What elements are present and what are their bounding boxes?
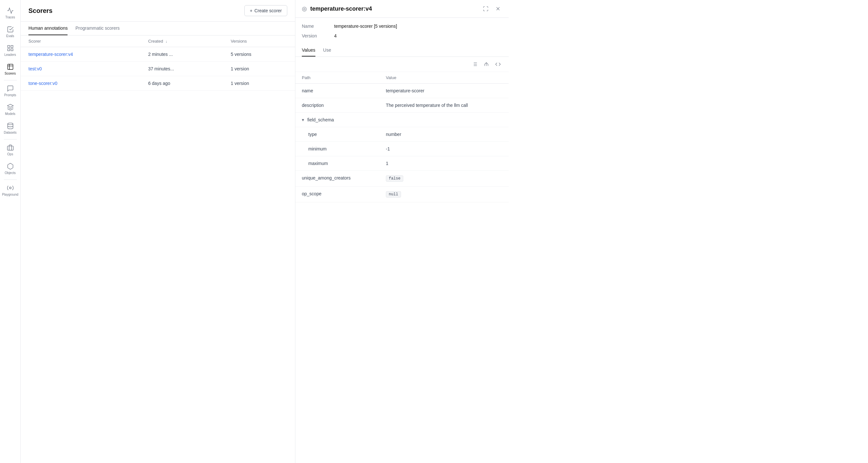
svg-rect-1 [11, 45, 12, 47]
list-item: ▾ field_schema [296, 113, 509, 127]
value-type: number [379, 127, 509, 142]
scorers-icon [7, 63, 14, 70]
plus-icon: + [250, 8, 252, 13]
traces-icon [7, 7, 14, 14]
path-field-schema: ▾ field_schema [296, 113, 379, 127]
table-row[interactable]: temperature-scorer:v4 2 minutes ... 5 ve… [21, 47, 295, 62]
list-icon [472, 61, 477, 67]
null-badge: null [386, 191, 401, 198]
value-maximum: 1 [379, 156, 509, 171]
sidebar-item-leaders[interactable]: Leaders [0, 41, 20, 60]
value-unique-among-creators: false [379, 171, 509, 187]
tab-human-annotations[interactable]: Human annotations [28, 22, 67, 35]
sidebar-item-ops-label: Ops [7, 153, 13, 156]
sidebar-item-evals-label: Evals [6, 34, 14, 38]
svg-rect-3 [11, 49, 12, 51]
sidebar-item-models-label: Models [5, 112, 15, 116]
table-row[interactable]: test:v0 37 minutes... 1 version [21, 62, 295, 76]
sidebar-divider-1 [4, 80, 17, 80]
tab-programmatic-scorers[interactable]: Programmatic scorers [75, 22, 120, 35]
version-label: Version [302, 33, 334, 39]
close-icon [495, 6, 501, 12]
path-unique-among-creators: unique_among_creators [296, 171, 379, 187]
list-item: minimum -1 [296, 142, 509, 156]
col-header-versions: Versions [223, 35, 295, 47]
detail-title-row: ◎ temperature-scorer:v4 [302, 5, 372, 12]
values-table: Path Value name temperature-scorer des [296, 72, 509, 202]
content-area: Scorers + Create scorer Human annotation… [21, 0, 868, 463]
create-scorer-button[interactable]: + Create scorer [244, 5, 287, 16]
name-label: Name [302, 23, 334, 29]
expand-icon [483, 6, 489, 12]
playground-icon [7, 185, 14, 192]
sidebar-item-evals[interactable]: Evals [0, 23, 20, 41]
scorer-created-cell: 6 days ago [140, 76, 223, 91]
sidebar-item-prompts[interactable]: Prompts [0, 82, 20, 100]
tab-human-annotations-label: Human annotations [28, 26, 67, 31]
tab-values[interactable]: Values [302, 44, 315, 57]
svg-point-8 [7, 123, 13, 125]
list-item: type number [296, 127, 509, 142]
sidebar-item-models[interactable]: Models [0, 100, 20, 119]
scorer-versions-cell: 1 version [223, 76, 295, 91]
scorer-detail-icon: ◎ [302, 5, 307, 12]
code-icon [495, 61, 501, 67]
sidebar-item-objects-label: Objects [5, 171, 16, 175]
sidebar-item-objects[interactable]: Objects [0, 160, 20, 178]
close-button[interactable] [494, 4, 502, 13]
page-title: Scorers [28, 7, 53, 14]
list-item: maximum 1 [296, 156, 509, 171]
sidebar-item-datasets-label: Datasets [4, 131, 17, 135]
create-scorer-button-label: Create scorer [254, 8, 282, 13]
name-value: temperature-scorer [5 versions] [334, 23, 502, 29]
sidebar-item-datasets[interactable]: Datasets [0, 119, 20, 138]
sidebar-item-playground-label: Playground [2, 193, 19, 197]
sidebar-item-scorers[interactable]: Scorers [0, 60, 20, 79]
scorer-name-cell[interactable]: temperature-scorer:v4 [21, 47, 140, 62]
sort-button[interactable] [482, 60, 491, 68]
list-item: op_scope null [296, 187, 509, 202]
sidebar-item-prompts-label: Prompts [4, 93, 16, 97]
path-maximum: maximum [296, 156, 379, 171]
table-row[interactable]: tone-scorer:v0 6 days ago 1 version [21, 76, 295, 91]
datasets-icon [7, 122, 14, 130]
sidebar-item-ops[interactable]: Ops [0, 141, 20, 160]
false-badge: false [386, 175, 403, 182]
svg-rect-9 [7, 146, 13, 150]
sidebar-item-playground[interactable]: Playground [0, 181, 20, 200]
code-view-button[interactable] [494, 60, 502, 68]
value-minimum: -1 [379, 142, 509, 156]
tab-use-label: Use [323, 47, 331, 53]
path-minimum: minimum [296, 142, 379, 156]
chevron-down-icon[interactable]: ▾ [302, 117, 304, 122]
scorers-panel: Scorers + Create scorer Human annotation… [21, 0, 296, 463]
scorer-name-cell[interactable]: tone-scorer:v0 [21, 76, 140, 91]
sidebar-item-traces[interactable]: Traces [0, 4, 20, 23]
scorer-versions-cell: 1 version [223, 62, 295, 76]
path-type: type [296, 127, 379, 142]
svg-marker-7 [7, 104, 13, 107]
version-value: 4 [334, 33, 502, 39]
panel-header: Scorers + Create scorer [21, 0, 295, 22]
value-field-schema [379, 113, 509, 127]
list-view-button[interactable] [470, 60, 479, 68]
tab-use[interactable]: Use [323, 44, 331, 57]
detail-panel: ◎ temperature-scorer:v4 Name temperature… [296, 0, 509, 463]
detail-title: temperature-scorer:v4 [310, 5, 372, 12]
svg-rect-4 [7, 64, 13, 70]
scorer-name-cell[interactable]: test:v0 [21, 62, 140, 76]
scorers-table-container: Scorer Created ↓ Versions temperature-sc… [21, 35, 295, 463]
sidebar-item-scorers-label: Scorers [4, 72, 16, 75]
col-header-created[interactable]: Created ↓ [140, 35, 223, 47]
detail-metadata: Name temperature-scorer [5 versions] Ver… [296, 18, 509, 44]
evals-icon [7, 26, 14, 33]
tab-programmatic-scorers-label: Programmatic scorers [75, 26, 120, 31]
detail-actions [482, 4, 502, 13]
models-icon [7, 104, 14, 111]
scorer-versions-cell: 5 versions [223, 47, 295, 62]
value-description: The perceived temperature of the llm cal… [379, 98, 509, 113]
scorers-table: Scorer Created ↓ Versions temperature-sc… [21, 35, 295, 91]
col-value: Value [379, 72, 509, 84]
expand-button[interactable] [482, 4, 490, 13]
sort-icon [484, 61, 489, 67]
